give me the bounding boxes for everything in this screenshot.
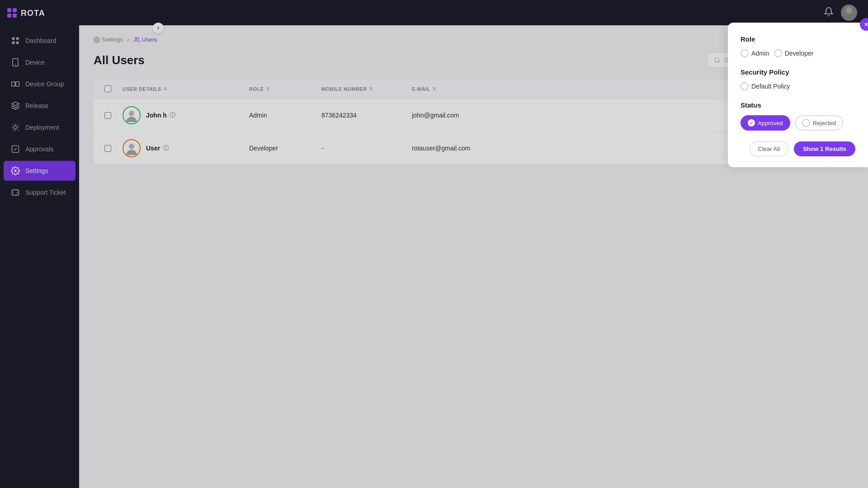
select-all-checkbox[interactable] bbox=[104, 85, 111, 92]
sidebar-item-release[interactable]: Release bbox=[4, 96, 75, 116]
user-cell-user: User ⓘ bbox=[123, 139, 242, 157]
role-cell-john: Admin bbox=[245, 104, 318, 126]
sort-icon-email[interactable]: ⇅ bbox=[432, 86, 436, 91]
th-actions bbox=[535, 79, 589, 99]
sidebar-item-dashboard[interactable]: Dashboard bbox=[4, 31, 75, 51]
th-role: ROLE ⇅ bbox=[245, 79, 318, 99]
info-icon-user[interactable]: ⓘ bbox=[163, 144, 169, 152]
svg-rect-2 bbox=[12, 42, 15, 44]
svg-rect-3 bbox=[16, 42, 19, 44]
filter-status-options: Approved Rejected bbox=[741, 115, 855, 131]
sidebar-item-label: Approvals bbox=[25, 145, 53, 153]
sort-icon-mobile[interactable]: ⇅ bbox=[369, 86, 373, 91]
notification-bell[interactable] bbox=[824, 7, 834, 19]
deployment-icon bbox=[11, 123, 20, 132]
logo-icon bbox=[7, 8, 17, 18]
role-cell-user: Developer bbox=[245, 137, 318, 159]
approved-check-icon bbox=[748, 119, 755, 127]
filter-role-section: Role Admin Developer bbox=[741, 35, 855, 57]
svg-rect-4 bbox=[13, 59, 18, 66]
device-group-icon bbox=[11, 80, 20, 89]
row-checkbox-user[interactable] bbox=[104, 145, 111, 152]
sort-icon-role[interactable]: ⇅ bbox=[266, 86, 270, 91]
filter-status-section: Status Approved Rejected bbox=[741, 101, 855, 131]
svg-point-8 bbox=[14, 126, 17, 129]
app-name: ROTA bbox=[21, 9, 45, 18]
status-approved-badge[interactable]: Approved bbox=[741, 115, 790, 131]
user-name-user: User ⓘ bbox=[146, 144, 169, 152]
radio-developer bbox=[774, 49, 782, 57]
bell-icon bbox=[824, 7, 834, 17]
show-results-button[interactable]: Show 1 Results bbox=[794, 141, 855, 156]
actions-cell-john bbox=[535, 108, 589, 122]
email-cell-user: rotauser@gmail.com bbox=[408, 137, 535, 159]
svg-point-11 bbox=[135, 37, 137, 39]
rejected-radio bbox=[802, 119, 810, 127]
user-cell-john: John h ⓘ bbox=[123, 106, 242, 124]
svg-point-14 bbox=[129, 144, 134, 149]
email-cell-john: john@gmail.com bbox=[408, 104, 535, 126]
svg-point-5 bbox=[15, 64, 16, 65]
sidebar-nav: Dashboard Device Device Group Release De… bbox=[0, 26, 79, 488]
app-logo: ROTA bbox=[0, 0, 79, 26]
support-icon bbox=[11, 188, 20, 197]
svg-point-10 bbox=[846, 7, 852, 14]
sidebar-item-label: Support Ticket bbox=[25, 189, 66, 196]
user-avatar-topbar[interactable] bbox=[841, 5, 857, 21]
sidebar-item-label: Release bbox=[25, 102, 48, 109]
sidebar-item-settings[interactable]: Settings bbox=[4, 161, 75, 181]
breadcrumb-users-label: Users bbox=[142, 36, 157, 43]
sidebar-item-support-ticket[interactable]: Support Ticket bbox=[4, 183, 75, 202]
search-icon bbox=[714, 57, 720, 63]
sidebar-item-deployment[interactable]: Deployment bbox=[4, 117, 75, 137]
user-details-cell: John h ⓘ bbox=[119, 99, 245, 131]
settings-icon bbox=[11, 166, 20, 175]
filter-role-developer[interactable]: Developer bbox=[774, 49, 814, 57]
svg-point-12 bbox=[715, 58, 719, 62]
svg-point-13 bbox=[129, 111, 134, 116]
mobile-cell-john: 8736242334 bbox=[318, 104, 408, 126]
info-icon-john[interactable]: ⓘ bbox=[170, 111, 175, 119]
row-checkbox-cell-2 bbox=[101, 138, 119, 159]
topbar bbox=[79, 0, 868, 25]
status-rejected-badge[interactable]: Rejected bbox=[795, 115, 843, 131]
actions-cell-user bbox=[535, 141, 589, 155]
filter-status-title: Status bbox=[741, 101, 855, 109]
sidebar-item-label: Device bbox=[25, 59, 45, 66]
sidebar-item-device[interactable]: Device bbox=[4, 52, 75, 72]
filter-role-admin[interactable]: Admin bbox=[741, 49, 769, 57]
sidebar-item-label: Device Group bbox=[25, 80, 64, 88]
user-avatar-john bbox=[123, 106, 141, 124]
svg-rect-0 bbox=[12, 38, 15, 40]
sidebar-collapse-button[interactable] bbox=[153, 23, 164, 33]
radio-default-policy bbox=[741, 82, 749, 90]
filter-security-options: Default Policy bbox=[741, 82, 855, 90]
filter-close-button[interactable]: × bbox=[860, 18, 868, 31]
sidebar-item-label: Dashboard bbox=[25, 37, 57, 44]
user-avatar-user bbox=[123, 139, 141, 157]
sidebar-item-device-group[interactable]: Device Group bbox=[4, 74, 75, 94]
breadcrumb-settings-label: Settings bbox=[102, 36, 123, 43]
filter-security-title: Security Policy bbox=[741, 68, 855, 76]
user-details-cell-2: User ⓘ bbox=[119, 132, 245, 164]
filter-role-title: Role bbox=[741, 35, 855, 43]
clear-all-button[interactable]: Clear All bbox=[750, 141, 788, 156]
filter-actions: Clear All Show 1 Results bbox=[741, 141, 855, 156]
filter-default-policy[interactable]: Default Policy bbox=[741, 82, 790, 90]
sort-icon-user[interactable]: ⇅ bbox=[163, 86, 167, 91]
th-checkbox bbox=[101, 79, 119, 99]
mobile-cell-user: - bbox=[318, 137, 408, 159]
user-name-john: John h ⓘ bbox=[146, 111, 175, 119]
filter-role-options: Admin Developer bbox=[741, 49, 855, 57]
approvals-icon bbox=[11, 145, 20, 154]
release-icon bbox=[11, 101, 20, 110]
row-checkbox-john[interactable] bbox=[104, 112, 111, 119]
filter-panel: × Role Admin Developer Security Policy D… bbox=[728, 23, 868, 167]
radio-admin bbox=[741, 49, 749, 57]
sidebar-item-approvals[interactable]: Approvals bbox=[4, 139, 75, 159]
th-user-details: USER DETAILS ⇅ bbox=[119, 79, 245, 99]
device-icon bbox=[11, 58, 20, 67]
row-checkbox-cell bbox=[101, 105, 119, 126]
breadcrumb-settings[interactable]: Settings bbox=[94, 36, 123, 43]
th-email: E-MAIL ⇅ bbox=[408, 79, 535, 99]
